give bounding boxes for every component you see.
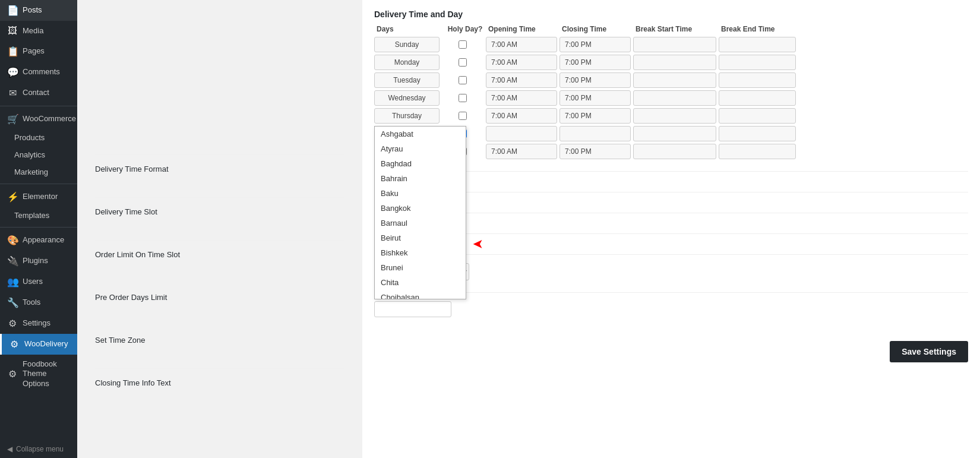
sidebar-item-settings[interactable]: ⚙ Settings ➤ — [0, 313, 77, 334]
saturday-break-end[interactable] — [719, 144, 796, 159]
wednesday-break-end[interactable] — [719, 90, 796, 106]
day-row-sunday: Sunday — [374, 37, 968, 52]
thursday-open-time[interactable] — [486, 108, 557, 124]
tz-baku[interactable]: Baku — [375, 186, 466, 201]
monday-btn[interactable]: Monday — [374, 55, 440, 70]
thursday-btn[interactable]: Thursday — [374, 108, 440, 124]
wednesday-close-time[interactable] — [559, 90, 631, 106]
wednesday-holy-checkbox[interactable] — [459, 94, 467, 102]
media-icon: 🖼 — [7, 26, 18, 36]
tuesday-open-time[interactable] — [486, 72, 557, 88]
sidebar-item-foodbook[interactable]: ⚙ Foodbook Theme Options — [0, 355, 77, 394]
elementor-icon: ⚡ — [7, 191, 18, 203]
tz-chita[interactable]: Chita — [375, 275, 466, 290]
settings-form: Delivery Time and Day Days Holy Day? Ope… — [362, 0, 980, 458]
monday-break-start[interactable] — [633, 55, 716, 70]
slot-spacer — [95, 222, 344, 240]
sidebar-item-woocommerce[interactable]: 🛒 WooCommerce — [0, 109, 77, 129]
tuesday-close-time[interactable] — [559, 72, 631, 88]
thursday-break-end[interactable] — [719, 108, 796, 124]
tuesday-break-end[interactable] — [719, 72, 796, 88]
tuesday-break-start[interactable] — [633, 72, 716, 88]
delivery-time-slot-label: Delivery Time Slot — [95, 207, 157, 216]
sidebar-item-pages[interactable]: 📋 Pages — [0, 41, 77, 62]
monday-break-end[interactable] — [719, 55, 796, 70]
sidebar-item-templates[interactable]: Templates — [0, 207, 77, 225]
sunday-break-start[interactable] — [633, 37, 716, 52]
saturday-break-start[interactable] — [633, 144, 716, 159]
saturday-close-time[interactable] — [559, 144, 631, 159]
monday-open-time[interactable] — [486, 55, 557, 70]
tz-bahrain[interactable]: Bahrain — [375, 171, 466, 186]
monday-close-time[interactable] — [559, 55, 631, 70]
tz-baghdad[interactable]: Baghdad — [375, 156, 466, 171]
days-table-header: Days Holy Day? Opening Time Closing Time… — [374, 25, 968, 33]
sidebar: 📄 Posts 🖼 Media 📋 Pages 💬 Comments ✉ Con… — [0, 0, 77, 458]
col-days: Days — [377, 25, 442, 33]
sidebar-item-tools[interactable]: 🔧 Tools — [0, 292, 77, 313]
tz-atyrau[interactable]: Atyrau — [375, 141, 466, 156]
delivery-time-format-label: Delivery Time Format — [95, 165, 169, 173]
sidebar-item-comments[interactable]: 💬 Comments — [0, 62, 77, 83]
thursday-holy-checkbox[interactable] — [459, 112, 467, 120]
sidebar-item-marketing[interactable]: Marketing — [0, 164, 77, 181]
timezone-dropdown-list[interactable]: Ashgabat Atyrau Baghdad Bahrain Baku Ban… — [375, 127, 466, 299]
plugins-icon: 🔌 — [7, 255, 18, 267]
sidebar-item-analytics[interactable]: Analytics — [0, 147, 77, 164]
friday-break-end[interactable] — [719, 126, 796, 141]
tz-bangkok[interactable]: Bangkok — [375, 201, 466, 216]
sidebar-item-plugins[interactable]: 🔌 Plugins — [0, 251, 77, 271]
tz-brunei[interactable]: Brunei — [375, 260, 466, 275]
thursday-break-start[interactable] — [633, 108, 716, 124]
sunday-break-end[interactable] — [719, 37, 796, 52]
tz-barnaul[interactable]: Barnaul — [375, 216, 466, 230]
sidebar-item-appearance[interactable]: 🎨 Appearance — [0, 230, 77, 251]
wednesday-btn[interactable]: Wednesday — [374, 90, 440, 106]
sidebar-divider-3 — [0, 227, 77, 228]
sidebar-item-woodelivery[interactable]: ⚙ WooDelivery — [0, 334, 77, 355]
save-settings-button[interactable]: Save Settings — [890, 341, 968, 362]
friday-break-start[interactable] — [633, 126, 716, 141]
thursday-holy-cell — [442, 112, 483, 120]
tuesday-holy-cell — [442, 76, 483, 84]
col-break-start: Break Start Time — [636, 25, 719, 33]
sunday-close-time[interactable] — [559, 37, 631, 52]
friday-open-time[interactable] — [486, 126, 557, 141]
tuesday-btn[interactable]: Tuesday — [374, 72, 440, 88]
woodelivery-icon: ⚙ — [9, 339, 20, 350]
wednesday-break-start[interactable] — [633, 90, 716, 106]
friday-close-time[interactable] — [559, 126, 631, 141]
tuesday-holy-checkbox[interactable] — [459, 76, 467, 84]
pre-order-spacer — [95, 308, 344, 326]
tz-choibalsan[interactable]: Choibalsan — [375, 290, 466, 299]
sunday-open-time[interactable] — [486, 37, 557, 52]
tools-icon: 🔧 — [7, 297, 18, 308]
day-row-monday: Monday — [374, 55, 968, 70]
sidebar-item-elementor[interactable]: ⚡ Elementor — [0, 187, 77, 207]
sunday-holy-cell — [442, 40, 483, 49]
day-row-wednesday: Wednesday — [374, 90, 968, 106]
wednesday-holy-cell — [442, 94, 483, 102]
sidebar-item-media[interactable]: 🖼 Media — [0, 21, 77, 41]
closing-time-text-input[interactable] — [374, 301, 451, 317]
col-open: Opening Time — [488, 25, 559, 33]
monday-holy-checkbox[interactable] — [459, 58, 467, 67]
sunday-holy-checkbox[interactable] — [459, 40, 467, 49]
pages-icon: 📋 — [7, 46, 18, 57]
delivery-time-day-spacer — [95, 12, 344, 24]
sidebar-item-products[interactable]: Products — [0, 129, 77, 147]
tz-ashgabat[interactable]: Ashgabat — [375, 127, 466, 141]
woocommerce-icon: 🛒 — [7, 113, 18, 125]
thursday-close-time[interactable] — [559, 108, 631, 124]
collapse-menu[interactable]: ◀ Collapse menu — [0, 440, 77, 458]
users-icon: 👥 — [7, 276, 18, 288]
sidebar-item-contact[interactable]: ✉ Contact — [0, 83, 77, 103]
comments-icon: 💬 — [7, 67, 18, 78]
wednesday-open-time[interactable] — [486, 90, 557, 106]
tz-bishkek[interactable]: Bishkek — [375, 245, 466, 260]
tz-beirut[interactable]: Beirut — [375, 230, 466, 245]
sidebar-item-posts[interactable]: 📄 Posts — [0, 0, 77, 21]
sidebar-item-users[interactable]: 👥 Users — [0, 271, 77, 292]
saturday-open-time[interactable] — [486, 144, 557, 159]
sunday-btn[interactable]: Sunday — [374, 37, 440, 52]
